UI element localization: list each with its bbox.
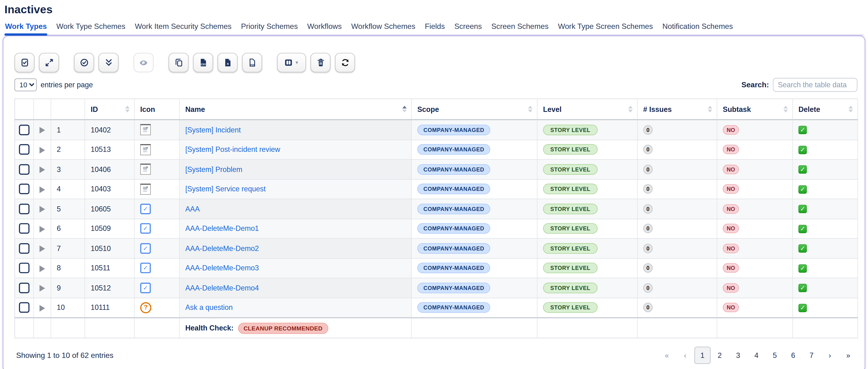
work-type-link[interactable]: AAA-DeleteMe-Demo3 <box>185 264 259 272</box>
column-header-issues[interactable]: # Issues <box>638 99 717 120</box>
row-checkbox[interactable] <box>19 184 30 194</box>
row-delete-cell: ✓ <box>793 140 858 159</box>
issues-count-badge: 0 <box>643 263 653 273</box>
row-checkbox[interactable] <box>19 144 30 155</box>
svg-text:CSV: CSV <box>200 63 206 66</box>
issues-count-badge: 0 <box>643 184 653 194</box>
tab-work-type-screen-schemes[interactable]: Work Type Screen Schemes <box>557 21 653 34</box>
expand-row-button[interactable] <box>39 226 45 233</box>
row-checkbox[interactable] <box>19 223 30 234</box>
pagination-last[interactable]: » <box>839 347 858 364</box>
file-excel-icon: x <box>223 58 232 67</box>
export-csv-button[interactable]: CSV <box>193 53 213 72</box>
tab-fields[interactable]: Fields <box>424 21 445 34</box>
expand-all-button[interactable] <box>39 53 59 72</box>
expand-row-button[interactable] <box>39 206 45 213</box>
tab-screens[interactable]: Screens <box>454 21 483 34</box>
column-visibility-button[interactable]: ▼ <box>277 53 306 72</box>
search-area: Search: <box>741 78 858 92</box>
row-checkbox[interactable] <box>19 243 30 253</box>
delete-check-icon: ✓ <box>799 304 807 312</box>
column-header-scope[interactable]: Scope <box>411 99 537 120</box>
page-title: Inactives <box>0 0 868 21</box>
table-toolbar: CSVxPDF▼ <box>14 53 857 72</box>
row-name-cell: AAA <box>180 199 411 219</box>
expand-row-button[interactable] <box>39 285 45 291</box>
row-checkbox[interactable] <box>19 283 30 293</box>
column-header-level[interactable]: Level <box>537 99 637 120</box>
expand-row-button[interactable] <box>39 186 45 193</box>
row-checkbox[interactable] <box>19 204 30 214</box>
tab-priority-schemes[interactable]: Priority Schemes <box>241 21 299 34</box>
select-rows-button[interactable] <box>14 53 34 72</box>
pagination-page-5[interactable]: 5 <box>766 347 784 364</box>
tab-workflows[interactable]: Workflows <box>307 21 342 34</box>
work-type-link[interactable]: [System] Problem <box>185 165 242 174</box>
pagination-next[interactable]: › <box>821 347 839 364</box>
pagination-page-4[interactable]: 4 <box>747 347 766 364</box>
export-pdf-button[interactable]: PDF <box>242 53 262 72</box>
select-all-button[interactable] <box>74 53 94 72</box>
work-type-link[interactable]: [System] Post-incident review <box>185 146 280 154</box>
work-type-link[interactable]: Ask a question <box>185 304 233 312</box>
row-id-cell: 10511 <box>85 258 134 278</box>
row-id-cell: 10605 <box>85 199 134 219</box>
delete-check-icon: ✓ <box>799 284 807 292</box>
row-scope-cell: COMPANY-MANAGED <box>411 140 537 159</box>
column-header-subtask[interactable]: Subtask <box>717 99 793 120</box>
row-issues-cell: 0 <box>638 199 717 219</box>
work-type-link[interactable]: AAA <box>185 205 199 213</box>
level-badge: STORY LEVEL <box>543 164 598 175</box>
issues-count-badge: 0 <box>643 244 653 253</box>
work-type-link[interactable]: AAA-DeleteMe-Demo4 <box>185 284 259 292</box>
export-excel-button[interactable]: x <box>218 53 238 72</box>
row-issues-cell: 0 <box>638 159 717 179</box>
row-number-cell: 10 <box>51 298 85 318</box>
tab-notification-schemes[interactable]: Notification Schemes <box>662 21 734 34</box>
column-header-id[interactable]: ID <box>85 99 134 120</box>
expand-row-button[interactable] <box>39 246 45 252</box>
tab-work-item-security-schemes[interactable]: Work Item Security Schemes <box>134 21 232 34</box>
tab-screen-schemes[interactable]: Screen Schemes <box>491 21 549 34</box>
cleanup-recommended-badge: CLEANUP RECOMMENDED <box>238 322 328 334</box>
table-panel: CSVxPDF▼ 10 entries per page Search: IDI… <box>3 36 865 369</box>
collapse-all-button[interactable] <box>98 53 119 72</box>
entries-per-page-select[interactable]: 10 <box>14 79 37 91</box>
delete-check-icon: ✓ <box>799 225 807 233</box>
row-checkbox[interactable] <box>19 164 30 175</box>
expand-row-button[interactable] <box>39 166 45 173</box>
column-label: Level <box>543 105 561 113</box>
expand-row-button[interactable] <box>39 147 45 154</box>
expand-row-button[interactable] <box>39 266 45 272</box>
copy-button[interactable] <box>168 53 189 72</box>
pagination-page-3[interactable]: 3 <box>729 347 747 364</box>
row-number-cell: 3 <box>51 159 85 179</box>
copy-icon <box>175 58 183 67</box>
table-row: 3 10406 [System] Problem COMPANY-MANAGED… <box>15 159 858 179</box>
column-label: ID <box>91 105 98 113</box>
work-type-link[interactable]: AAA-DeleteMe-Demo1 <box>185 224 259 233</box>
refresh-button[interactable] <box>335 53 355 72</box>
tab-workflow-schemes[interactable]: Workflow Schemes <box>351 21 416 34</box>
row-number-cell: 6 <box>51 219 85 239</box>
delete-button[interactable] <box>311 53 331 72</box>
pagination-page-2[interactable]: 2 <box>711 347 729 364</box>
pagination-page-7[interactable]: 7 <box>802 347 821 364</box>
work-type-link[interactable]: [System] Service request <box>185 185 266 193</box>
subtask-badge: NO <box>723 125 739 134</box>
scope-badge: COMPANY-MANAGED <box>417 164 490 175</box>
row-checkbox[interactable] <box>19 263 30 273</box>
pagination-page-6[interactable]: 6 <box>784 347 803 364</box>
column-label: Scope <box>417 105 439 113</box>
expand-row-button[interactable] <box>39 305 45 311</box>
row-checkbox[interactable] <box>19 124 30 135</box>
tab-work-type-schemes[interactable]: Work Type Schemes <box>56 21 126 34</box>
search-input[interactable] <box>773 78 858 92</box>
column-header-name[interactable]: Name <box>180 99 411 120</box>
work-type-link[interactable]: [System] Incident <box>185 126 241 134</box>
column-header-delete[interactable]: Delete <box>793 99 858 120</box>
expand-row-button[interactable] <box>39 127 45 134</box>
work-type-link[interactable]: AAA-DeleteMe-Demo2 <box>185 244 259 252</box>
row-checkbox[interactable] <box>19 302 30 313</box>
tab-work-types[interactable]: Work Types <box>4 21 48 34</box>
